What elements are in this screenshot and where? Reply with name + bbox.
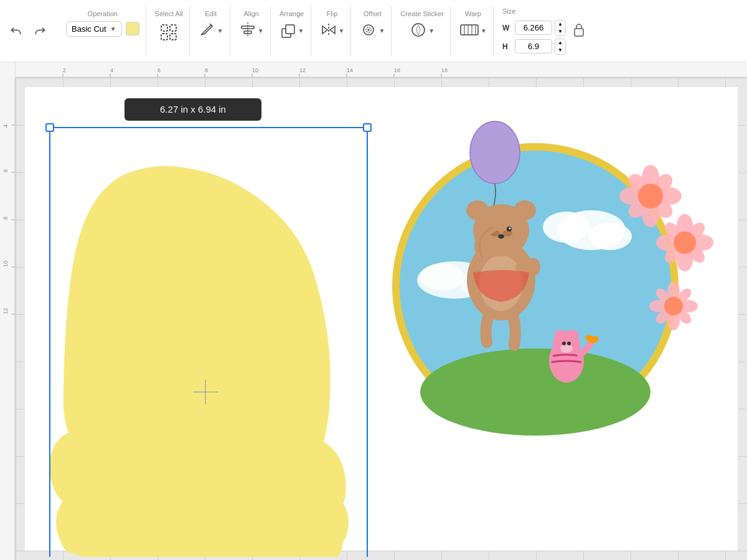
width-down-button[interactable]: ▼: [555, 28, 565, 35]
flip-button[interactable]: ▼: [320, 21, 345, 41]
svg-rect-8: [286, 25, 294, 34]
operation-controls: Basic Cut ▼: [66, 21, 139, 37]
flip-section: Flip ▼: [314, 6, 352, 56]
svg-point-63: [514, 200, 536, 220]
svg-rect-18: [575, 29, 583, 36]
svg-point-11: [368, 29, 370, 30]
width-up-button[interactable]: ▲: [555, 21, 565, 28]
svg-text:8: 8: [205, 67, 208, 73]
offset-label: Offset: [364, 10, 382, 17]
handle-tr[interactable]: [364, 124, 371, 131]
select-all-button[interactable]: [157, 21, 180, 44]
arrange-button[interactable]: ▼: [280, 21, 304, 41]
width-input[interactable]: [515, 21, 552, 35]
canvas-area: 2 4 6 8 10 12 14 16 18 4 6 8: [0, 62, 747, 560]
warp-dropdown-arrow: ▼: [481, 27, 487, 34]
ruler-top: 2 4 6 8 10 12 14 16 18: [16, 62, 747, 78]
balloon: [470, 121, 520, 184]
edit-button[interactable]: ▼: [199, 21, 223, 41]
create-sticker-button[interactable]: ▼: [410, 21, 435, 41]
svg-point-50: [286, 488, 349, 557]
arrange-dropdown-arrow: ▼: [298, 27, 304, 34]
warp-label: Warp: [465, 10, 481, 17]
redo-button[interactable]: [30, 21, 50, 41]
align-label: Align: [243, 10, 258, 17]
svg-text:12: 12: [299, 67, 306, 73]
svg-point-69: [509, 228, 511, 230]
svg-point-55: [588, 223, 632, 250]
height-down-button[interactable]: ▼: [555, 47, 565, 54]
canvas-surface: 6.27 in x 6.94 in: [25, 87, 738, 551]
offset-button[interactable]: ▼: [360, 21, 385, 41]
bear-shape-group[interactable]: [50, 166, 349, 557]
flip-label: Flip: [327, 10, 338, 17]
svg-point-89: [638, 184, 663, 208]
create-sticker-dropdown-arrow: ▼: [428, 27, 435, 34]
height-stepper[interactable]: ▲ ▼: [555, 39, 566, 55]
color-swatch[interactable]: [126, 22, 139, 35]
size-label: Size: [502, 7, 515, 15]
svg-text:8: 8: [2, 217, 9, 220]
svg-text:18: 18: [441, 67, 448, 73]
svg-text:6: 6: [157, 67, 161, 73]
operation-dropdown-arrow: ▼: [110, 26, 116, 32]
flip-dropdown-arrow: ▼: [339, 27, 345, 34]
handle-tl[interactable]: [46, 124, 54, 131]
select-all-label: Select All: [155, 10, 183, 17]
warp-button[interactable]: ▼: [459, 21, 487, 41]
svg-text:4: 4: [2, 124, 9, 128]
offset-section: Offset ▼: [354, 6, 392, 56]
operation-label: Operation: [88, 10, 118, 17]
undo-button[interactable]: [6, 21, 26, 41]
svg-text:10: 10: [252, 67, 258, 73]
canvas-content[interactable]: 6.27 in x 6.94 in: [16, 78, 747, 560]
svg-point-99: [674, 231, 696, 254]
svg-rect-0: [161, 25, 167, 31]
svg-rect-2: [161, 34, 167, 40]
edit-section: Edit ▼: [192, 6, 230, 56]
canvas-svg: 6.27 in x 6.94 in: [25, 87, 741, 557]
offset-dropdown-arrow: ▼: [378, 27, 385, 34]
width-stepper[interactable]: ▲ ▼: [555, 20, 566, 36]
svg-point-73: [555, 330, 566, 340]
svg-point-109: [664, 297, 683, 315]
align-dropdown-arrow: ▼: [258, 27, 264, 34]
edit-dropdown-arrow: ▼: [217, 27, 223, 34]
undo-redo-group: [6, 21, 57, 41]
operation-value: Basic Cut: [72, 24, 106, 34]
edit-label: Edit: [205, 10, 217, 17]
select-all-section: Select All: [149, 6, 190, 56]
svg-text:10: 10: [2, 261, 9, 267]
align-button[interactable]: ▼: [239, 21, 264, 41]
align-section: Align ▼: [233, 6, 271, 56]
svg-rect-3: [170, 34, 176, 40]
ground-oval: [420, 348, 651, 436]
svg-rect-1: [170, 25, 176, 31]
svg-text:14: 14: [347, 67, 353, 73]
svg-text:2: 2: [63, 67, 66, 73]
width-label: W: [502, 24, 512, 32]
create-sticker-section: Create Sticker ▼: [394, 6, 451, 56]
size-section: Size W ▲ ▼ H ▲ ▼: [496, 4, 591, 58]
height-up-button[interactable]: ▲: [555, 39, 565, 47]
svg-point-75: [560, 344, 573, 353]
size-tooltip-text: 6.27 in x 6.94 in: [160, 104, 226, 114]
svg-point-70: [498, 235, 504, 239]
svg-point-74: [567, 330, 578, 340]
svg-point-57: [420, 263, 464, 291]
svg-point-77: [567, 342, 571, 345]
create-sticker-label: Create Sticker: [400, 10, 444, 17]
lock-icon[interactable]: [573, 23, 585, 39]
arrange-section: Arrange ▼: [273, 6, 311, 56]
toolbar: Operation Basic Cut ▼ Select All Edit: [0, 0, 747, 62]
svg-point-76: [562, 342, 566, 345]
svg-text:12: 12: [2, 308, 9, 314]
arrange-label: Arrange: [280, 10, 304, 17]
operation-dropdown[interactable]: Basic Cut ▼: [66, 21, 122, 37]
svg-point-54: [543, 212, 590, 243]
height-input[interactable]: [515, 39, 552, 54]
svg-text:16: 16: [394, 67, 400, 73]
svg-point-49: [56, 488, 118, 557]
svg-point-62: [466, 200, 489, 220]
height-label: H: [502, 42, 512, 51]
